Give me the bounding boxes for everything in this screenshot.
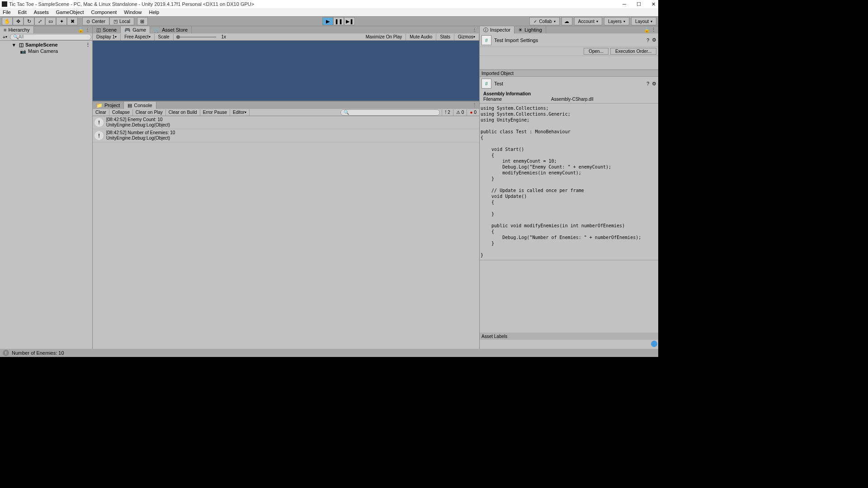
chevron-down-icon: ▾ <box>623 19 625 23</box>
main-area: ≡Hierarchy 🔒⋮ + ▾ 🔍All ▾ ◫ SampleScene ⋮… <box>0 26 658 349</box>
menu-icon[interactable]: ⋮ <box>651 27 656 33</box>
menu-icon[interactable]: ⋮ <box>472 103 477 108</box>
menu-file[interactable]: File <box>3 9 11 15</box>
console-panel: 📁Project ▤Console ⋮ Clear Collapse Clear… <box>93 101 479 349</box>
hand-tool-button[interactable]: ✋ <box>2 17 13 25</box>
scene-menu-icon[interactable]: ⋮ <box>85 42 92 48</box>
transform-tool-button[interactable]: ✦ <box>56 17 67 25</box>
scale-label: Scale <box>155 34 174 40</box>
pivot-toggle[interactable]: ⊙Center <box>82 17 109 25</box>
project-tab[interactable]: 📁Project <box>93 102 124 109</box>
scale-tool-button[interactable]: ⤢ <box>34 17 45 25</box>
collapse-toggle[interactable]: Collapse <box>109 109 133 116</box>
gizmos-dropdown[interactable]: Gizmos ▾ <box>454 34 479 40</box>
scene-tab[interactable]: ◫Scene <box>93 26 121 33</box>
error-count-toggle[interactable]: ●0 <box>467 109 479 116</box>
info-icon: ! <box>94 131 104 140</box>
chevron-down-icon: ▾ <box>651 19 652 23</box>
play-button[interactable]: ▶ <box>322 17 333 25</box>
mute-toggle[interactable]: Mute Audio <box>406 34 436 40</box>
console-entry[interactable]: ! [08:42:52] Number of Enemies: 10 Unity… <box>93 129 479 142</box>
assembly-info-header: Assembly Information <box>483 91 655 96</box>
scene-icon: ◫ <box>19 42 24 48</box>
rotate-tool-button[interactable]: ↻ <box>24 17 34 25</box>
menu-icon[interactable]: ⋮ <box>85 27 90 33</box>
stats-toggle[interactable]: Stats <box>436 34 454 40</box>
clear-button[interactable]: Clear <box>93 109 109 116</box>
inspector-panel: ⓘInspector ☀Lighting 🔒⋮ # Test Import Se… <box>479 26 658 349</box>
display-dropdown[interactable]: Display 1 ▾ <box>93 34 121 40</box>
hierarchy-search-input[interactable]: 🔍All <box>10 34 91 40</box>
local-icon: ◳ <box>113 19 118 24</box>
menu-icon[interactable]: ⋮ <box>472 27 477 33</box>
maximize-toggle[interactable]: Maximize On Play <box>362 34 406 40</box>
unity-editor-window: Tic Tac Toe - SampleScene - PC, Mac & Li… <box>0 0 658 357</box>
script-icon: # <box>481 79 491 89</box>
menu-window[interactable]: Window <box>124 9 142 15</box>
snap-toggle[interactable]: ⊞ <box>137 17 148 25</box>
aspect-dropdown[interactable]: Free Aspect ▾ <box>121 34 154 40</box>
step-button[interactable]: ▶❚ <box>344 17 355 25</box>
console-search-input[interactable]: 🔍 <box>340 109 440 116</box>
create-dropdown[interactable]: + ▾ <box>1 34 9 40</box>
game-viewport[interactable] <box>93 41 479 101</box>
layers-dropdown[interactable]: Layers▾ <box>604 17 629 25</box>
scene-item[interactable]: ▾ ◫ SampleScene ⋮ <box>0 42 92 48</box>
minimize-button[interactable]: ─ <box>621 1 627 7</box>
pause-button[interactable]: ❚❚ <box>333 17 344 25</box>
search-icon: 🔍 <box>13 34 19 39</box>
info-count-toggle[interactable]: !2 <box>442 109 453 116</box>
import-settings-title: Test Import Settings <box>494 38 538 43</box>
clear-on-build-toggle[interactable]: Clear on Build <box>166 109 200 116</box>
unity-logo-icon <box>2 1 7 7</box>
menu-assets[interactable]: Assets <box>34 9 49 15</box>
execution-order-button[interactable]: Execution Order... <box>610 48 656 55</box>
scale-slider[interactable] <box>174 34 219 40</box>
lock-icon[interactable]: 🔒 <box>78 27 83 33</box>
cloud-button[interactable]: ☁ <box>561 17 572 25</box>
editor-dropdown[interactable]: Editor ▾ <box>230 109 250 116</box>
move-tool-button[interactable]: ✥ <box>13 17 24 25</box>
warn-count-toggle[interactable]: ⚠0 <box>453 109 467 116</box>
label-icon[interactable] <box>651 341 657 347</box>
menu-edit[interactable]: Edit <box>18 9 27 15</box>
local-toggle[interactable]: ◳Local <box>109 17 134 25</box>
menu-gameobject[interactable]: GameObject <box>56 9 84 15</box>
menu-component[interactable]: Component <box>91 9 117 15</box>
status-bar[interactable]: ! Number of Enemies: 10 <box>0 349 658 357</box>
inspector-tab[interactable]: ⓘInspector <box>480 26 514 33</box>
account-dropdown[interactable]: Account▾ <box>574 17 602 25</box>
asset-labels-header: Asset Labels <box>480 333 658 340</box>
console-icon: ▤ <box>127 103 132 108</box>
game-tab[interactable]: 🎮Game <box>121 26 150 33</box>
hierarchy-tab[interactable]: ≡Hierarchy <box>0 26 34 33</box>
gear-icon[interactable]: ⚙ <box>652 81 656 87</box>
center-panel: ◫Scene 🎮Game 🛒Asset Store ⋮ Display 1 ▾ … <box>93 26 479 349</box>
console-tab[interactable]: ▤Console <box>124 102 156 109</box>
help-icon[interactable]: ? <box>646 38 649 43</box>
console-entry[interactable]: ! [08:42:52] Enemy Count: 10 UnityEngine… <box>93 116 479 129</box>
lighting-icon: ☀ <box>518 27 523 33</box>
object-name: Test <box>494 81 503 86</box>
lock-icon[interactable]: 🔒 <box>644 27 649 33</box>
hierarchy-icon: ≡ <box>4 27 6 33</box>
menubar: File Edit Assets GameObject Component Wi… <box>0 8 658 16</box>
custom-tool-button[interactable]: ✖ <box>67 17 78 25</box>
collab-dropdown[interactable]: ✓Collab▾ <box>529 17 559 25</box>
gear-icon[interactable]: ⚙ <box>652 37 656 43</box>
help-icon[interactable]: ? <box>646 81 649 86</box>
filename-label: Filename <box>483 97 551 102</box>
open-button[interactable]: Open... <box>584 48 609 55</box>
gameobject-item[interactable]: 📷 Main Camera <box>0 48 92 54</box>
menu-help[interactable]: Help <box>149 9 159 15</box>
rect-tool-button[interactable]: ▭ <box>45 17 56 25</box>
clear-on-play-toggle[interactable]: Clear on Play <box>133 109 166 116</box>
layout-dropdown[interactable]: Layout▾ <box>631 17 656 25</box>
error-pause-toggle[interactable]: Error Pause <box>200 109 230 116</box>
maximize-button[interactable]: ☐ <box>636 1 642 7</box>
close-button[interactable]: ✕ <box>650 1 656 7</box>
lighting-tab[interactable]: ☀Lighting <box>514 26 546 33</box>
scale-value: 1x <box>219 34 229 39</box>
foldout-icon[interactable]: ▾ <box>13 42 17 47</box>
asset-store-tab[interactable]: 🛒Asset Store <box>150 26 192 33</box>
